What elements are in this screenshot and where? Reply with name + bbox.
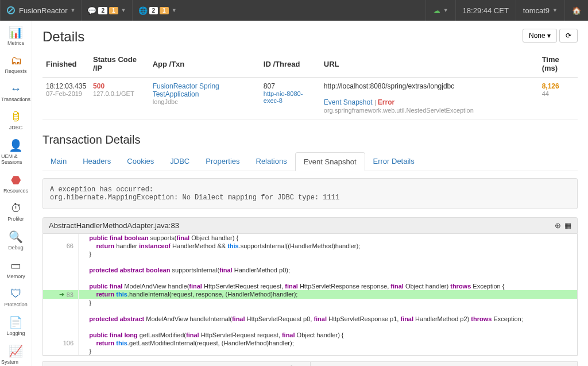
topbar: FusionReactor▼ 💬 2 1 ▼ 🌐 2 1 ▼ ☁▼ 18:29:… xyxy=(0,0,588,21)
brand-menu[interactable]: FusionReactor▼ xyxy=(0,0,81,21)
cloud-button[interactable]: ☁▼ xyxy=(425,0,455,21)
clock-display: 18:29:44 CET xyxy=(455,0,516,21)
user-menu[interactable]: tomcat9▼ xyxy=(516,0,564,21)
notif-2[interactable]: 🌐 2 1 ▼ xyxy=(132,0,183,21)
home-button[interactable]: 🏠 xyxy=(564,0,588,21)
notif-1[interactable]: 💬 2 1 ▼ xyxy=(81,0,131,21)
